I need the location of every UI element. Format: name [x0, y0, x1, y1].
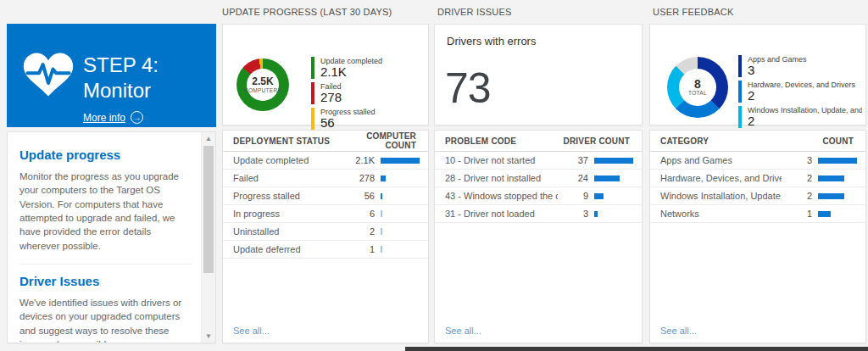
row-bar-container [594, 176, 635, 181]
row-value: 3 [782, 155, 812, 165]
row-bar [818, 211, 831, 217]
overview-section-body: We've identified issues with drivers or … [19, 296, 192, 343]
row-bar-container [381, 158, 421, 164]
row-bar-container [818, 158, 859, 164]
row-label: Progress stalled [233, 191, 344, 201]
row-label: Networks [660, 209, 782, 219]
table-row[interactable]: Apps and Games 3 [650, 152, 865, 170]
row-bar-container [818, 176, 859, 181]
table-row[interactable]: Hardware, Devices, and Drivers 2 [650, 170, 865, 187]
row-bar-container [381, 228, 421, 235]
row-bar-container [381, 176, 421, 181]
arrow-right-circle-icon: → [131, 111, 143, 124]
more-info-link[interactable]: More info → [83, 111, 143, 124]
table-header: DEPLOYMENT STATUS COMPUTER COUNT [223, 131, 428, 152]
update-progress-chart-card: 2.5K COMPUTERS Update completed 2.1K Fai… [222, 24, 429, 125]
table-row[interactable]: 31 - Driver not loaded 3 [435, 205, 642, 223]
update-progress-table: Update completed 2.1K Failed 278 Progres… [223, 152, 428, 259]
legend-item: Windows Installation, Update, and... 2 [738, 106, 862, 128]
row-value: 6 [344, 209, 375, 219]
row-bar-container [594, 158, 635, 164]
user-feedback-table: Apps and Games 3 Hardware, Devices, and … [650, 152, 865, 223]
column-header-driver-count: DRIVER COUNT [554, 136, 635, 146]
row-bar-container [381, 210, 421, 217]
row-bar [381, 246, 382, 253]
overview-section-heading: Update progress [19, 148, 192, 162]
row-label: Update completed [233, 155, 344, 165]
table-row[interactable]: Failed 278 [223, 170, 428, 187]
row-label: 10 - Driver not started [445, 155, 558, 165]
see-all-link[interactable]: See all... [233, 326, 270, 336]
legend-item: Progress stalled 56 [311, 108, 425, 130]
section-header-user-feedback: USER FEEDBACK [653, 7, 734, 17]
table-row[interactable]: Windows Installation, Update,... 2 [650, 187, 865, 205]
legend-value: 2 [748, 114, 862, 128]
legend-value: 3 [748, 64, 862, 77]
row-value: 9 [558, 191, 588, 201]
table-row[interactable]: Uninstalled 2 [223, 223, 428, 241]
row-label: Hardware, Devices, and Drivers [660, 173, 782, 183]
update-progress-donut-chart[interactable]: 2.5K COMPUTERS [236, 58, 289, 111]
overview-section: Update progress Monitor the progress as … [19, 148, 192, 253]
row-value: 37 [558, 155, 588, 165]
see-all-link[interactable]: See all... [660, 326, 697, 336]
table-row[interactable]: 28 - Driver not installed 24 [435, 170, 642, 187]
donut-center-label: TOTAL [688, 90, 707, 96]
row-bar-container [594, 193, 635, 199]
table-row[interactable]: 10 - Driver not started 37 [435, 152, 642, 170]
row-label: In progress [233, 209, 344, 219]
scroll-down-icon[interactable]: ▼ [202, 332, 215, 340]
legend-label: Windows Installation, Update, and... [748, 106, 862, 114]
table-row[interactable]: Update completed 2.1K [223, 152, 428, 170]
row-label: Windows Installation, Update,... [660, 191, 782, 201]
row-value: 2 [782, 173, 812, 183]
see-all-link[interactable]: See all... [445, 326, 481, 336]
column-header-deployment-status: DEPLOYMENT STATUS [233, 136, 340, 146]
row-bar [381, 176, 386, 181]
overview-section-body: Monitor the progress as you upgrade your… [19, 170, 192, 253]
bottom-edge-strip [405, 347, 868, 351]
table-row[interactable]: In progress 6 [223, 205, 428, 223]
legend-label: Apps and Games [748, 55, 862, 64]
row-label: 31 - Driver not loaded [445, 209, 558, 219]
donut-center-value: 8 [694, 79, 701, 90]
legend-item: Failed 278 [311, 82, 425, 104]
row-value: 24 [558, 173, 588, 183]
driver-issues-table-card: PROBLEM CODE DRIVER COUNT 10 - Driver no… [434, 130, 643, 343]
row-bar-container [381, 246, 421, 253]
scrollbar-thumb[interactable] [203, 146, 214, 273]
table-row[interactable]: Progress stalled 56 [223, 187, 428, 205]
legend-value: 278 [320, 91, 425, 104]
row-label: 43 - Windows stopped the devi... [445, 191, 558, 201]
table-row[interactable]: Update deferred 1 [223, 241, 428, 259]
table-row[interactable]: 43 - Windows stopped the devi... 9 [435, 187, 642, 205]
row-bar [381, 228, 382, 235]
section-header-driver-issues: DRIVER ISSUES [437, 7, 512, 17]
step4-monitor-tile[interactable]: STEP 4: Monitor More info → [7, 24, 216, 127]
row-label: Apps and Games [660, 155, 782, 165]
scroll-up-icon[interactable]: ▲ [202, 135, 215, 142]
kpi-label: Drivers with errors [447, 35, 536, 47]
donut-center-label: COMPUTERS [244, 87, 281, 93]
scrollbar[interactable]: ▲ ▼ [201, 132, 215, 343]
donut-center-value: 2.5K [252, 76, 273, 87]
table-header: CATEGORY COUNT [650, 131, 865, 152]
kpi-value: 73 [445, 67, 491, 109]
row-bar [818, 158, 857, 164]
row-value: 2.1K [344, 155, 375, 165]
legend-label: Progress stalled [320, 108, 425, 116]
row-bar [594, 193, 604, 199]
monitor-dashboard: UPDATE PROGRESS (LAST 30 DAYS) DRIVER IS… [0, 0, 868, 351]
user-feedback-chart-card: 8 TOTAL Apps and Games 3 Hardware, Devic… [649, 24, 866, 125]
heartbeat-heart-icon [22, 51, 75, 102]
column-header-problem-code: PROBLEM CODE [445, 136, 554, 146]
row-value: 1 [782, 209, 812, 219]
row-value: 2 [782, 191, 812, 201]
row-label: Update deferred [233, 244, 344, 254]
user-feedback-donut-chart[interactable]: 8 TOTAL [667, 57, 728, 118]
tile-title: STEP 4: Monitor [83, 53, 216, 103]
row-bar-container [818, 193, 859, 199]
row-label: Failed [233, 173, 344, 183]
table-row[interactable]: Networks 1 [650, 205, 865, 223]
row-bar [381, 158, 420, 164]
